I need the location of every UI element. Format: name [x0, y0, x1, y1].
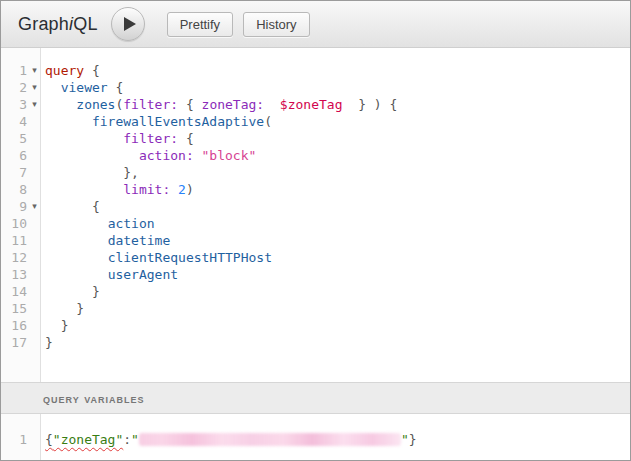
- code-token: {: [186, 131, 194, 146]
- code-token: [45, 97, 76, 112]
- code-line: 16 }: [1, 317, 630, 334]
- code-token: action:: [139, 148, 194, 163]
- line-number: 9: [1, 198, 27, 215]
- fold-gutter-spacer: [27, 334, 42, 351]
- code-token: [45, 284, 92, 299]
- line-number: 4: [1, 113, 27, 130]
- code-line: 3▾ zones(filter: { zoneTag: $zoneTag } )…: [1, 96, 630, 113]
- code-line: 14 }: [1, 283, 630, 300]
- code-line: 17}: [1, 334, 630, 351]
- code-token: zones: [76, 97, 115, 112]
- line-number: 8: [1, 181, 27, 198]
- code-token: [45, 114, 92, 129]
- code-text: filter: {: [42, 130, 194, 147]
- variables-title: Query Variables: [43, 391, 145, 406]
- graphiql-app: GraphiQL Prettify History 1▾query {2▾ vi…: [0, 0, 631, 461]
- fold-gutter-spacer: [27, 181, 42, 198]
- line-number: 13: [1, 266, 27, 283]
- code-token: }: [61, 318, 69, 333]
- code-token: }: [76, 301, 84, 316]
- code-token: ): [186, 182, 194, 197]
- code-token: "block": [202, 148, 257, 163]
- code-token: [194, 97, 202, 112]
- code-token: {: [115, 80, 123, 95]
- code-token: filter:: [123, 97, 178, 112]
- logo-part-ql: QL: [73, 14, 97, 34]
- query-editor-lines: 1▾query {2▾ viewer {3▾ zones(filter: { z…: [1, 62, 630, 351]
- code-token: filter:: [123, 131, 178, 146]
- line-number: 14: [1, 283, 27, 300]
- code-token: 2: [178, 182, 186, 197]
- code-token: [45, 318, 61, 333]
- variables-editor[interactable]: 1{"zoneTag":""}: [1, 414, 630, 460]
- code-text: zones(filter: { zoneTag: $zoneTag } ) {: [42, 96, 397, 113]
- code-token: (: [264, 114, 272, 129]
- code-line: 15 }: [1, 300, 630, 317]
- code-line: 9▾ {: [1, 198, 630, 215]
- code-token: }: [358, 97, 366, 112]
- code-token: [45, 267, 108, 282]
- code-token: firewallEventsAdaptive: [92, 114, 264, 129]
- app-logo: GraphiQL: [18, 14, 98, 35]
- variables-editor-lines: 1{"zoneTag":""}: [1, 431, 630, 448]
- variables-title-bar[interactable]: Query Variables: [1, 382, 630, 414]
- code-text: viewer {: [42, 79, 123, 96]
- line-number: 10: [1, 215, 27, 232]
- code-token: ): [374, 97, 382, 112]
- history-button[interactable]: History: [243, 12, 309, 37]
- code-token: [45, 148, 139, 163]
- line-number: 11: [1, 232, 27, 249]
- prettify-button[interactable]: Prettify: [167, 12, 233, 37]
- code-token: query: [45, 63, 84, 78]
- fold-arrow-icon[interactable]: ▾: [27, 79, 42, 96]
- code-token: {: [92, 63, 100, 78]
- fold-arrow-icon[interactable]: ▾: [27, 62, 42, 79]
- code-token: ": [131, 432, 139, 447]
- fold-gutter-spacer: [27, 300, 42, 317]
- code-token: [264, 97, 280, 112]
- code-token: [178, 131, 186, 146]
- toolbar: GraphiQL Prettify History: [1, 1, 630, 48]
- code-token: }: [92, 284, 100, 299]
- fold-gutter-spacer: [27, 317, 42, 334]
- code-token: [45, 131, 123, 146]
- code-text: }: [42, 283, 100, 300]
- code-token: [45, 80, 61, 95]
- code-text: datetime: [42, 232, 170, 249]
- fold-gutter-spacer: [27, 249, 42, 266]
- code-token: action: [108, 216, 155, 231]
- code-token: "zoneTag": [53, 432, 123, 447]
- code-token: {: [45, 432, 53, 447]
- code-token: [170, 182, 178, 197]
- code-token: },: [123, 165, 139, 180]
- line-number: 3: [1, 96, 27, 113]
- code-line: 10 action: [1, 215, 630, 232]
- fold-gutter-spacer: [27, 113, 42, 130]
- code-line: 8 limit: 2): [1, 181, 630, 198]
- code-text: {"zoneTag":""}: [42, 431, 417, 448]
- code-text: action: [42, 215, 155, 232]
- code-line: 12 clientRequestHTTPHost: [1, 249, 630, 266]
- fold-arrow-icon[interactable]: ▾: [27, 198, 42, 215]
- fold-gutter-spacer: [27, 431, 42, 448]
- execute-button[interactable]: [111, 7, 145, 41]
- fold-gutter-spacer: [27, 266, 42, 283]
- line-number: 2: [1, 79, 27, 96]
- code-token: :: [123, 432, 131, 447]
- code-token: [45, 250, 108, 265]
- code-line: 7 },: [1, 164, 630, 181]
- code-text: }: [42, 317, 68, 334]
- code-token: viewer: [61, 80, 108, 95]
- query-editor[interactable]: 1▾query {2▾ viewer {3▾ zones(filter: { z…: [1, 48, 630, 382]
- code-token: [45, 199, 92, 214]
- fold-gutter-spacer: [27, 147, 42, 164]
- code-token: {: [186, 97, 194, 112]
- code-token: [366, 97, 374, 112]
- code-text: firewallEventsAdaptive(: [42, 113, 272, 130]
- code-token: clientRequestHTTPHost: [108, 250, 272, 265]
- code-text: action: "block": [42, 147, 256, 164]
- fold-arrow-icon[interactable]: ▾: [27, 96, 42, 113]
- redacted-value: [139, 433, 401, 446]
- code-line: 1{"zoneTag":""}: [1, 431, 630, 448]
- code-text: {: [42, 198, 100, 215]
